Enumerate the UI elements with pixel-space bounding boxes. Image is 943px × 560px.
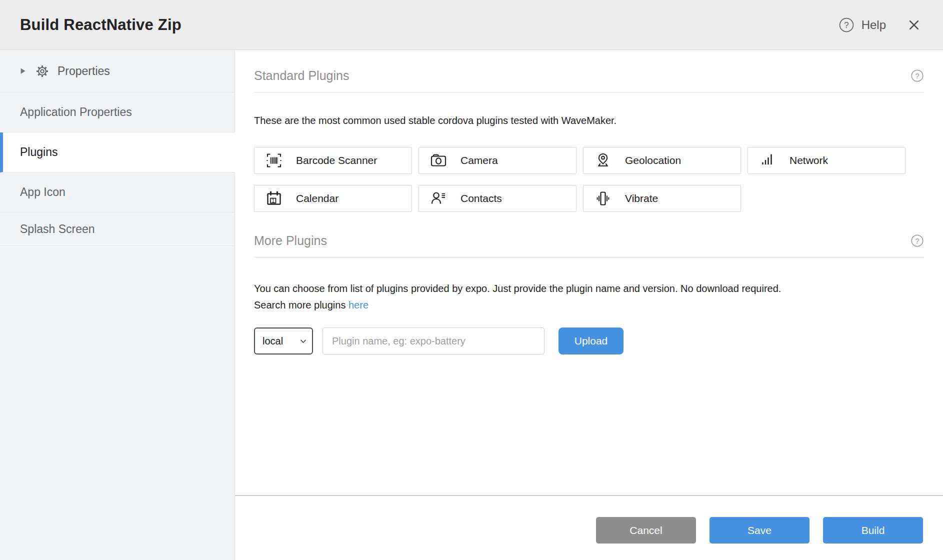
search-more-prefix: Search more plugins xyxy=(254,300,346,310)
header-actions: Help xyxy=(838,17,921,33)
plugin-card-label: Barcode Scanner xyxy=(296,154,377,166)
build-button[interactable]: Build xyxy=(823,517,923,544)
more-plugins-description: You can choose from list of plugins prov… xyxy=(254,280,924,314)
plugin-card-barcode-scanner[interactable]: Barcode Scanner xyxy=(254,147,412,174)
plugin-card-label: Network xyxy=(790,154,828,166)
caret-right-icon xyxy=(18,66,27,76)
cancel-button[interactable]: Cancel xyxy=(596,517,696,544)
more-plugins-section: More Plugins You can choose from list of… xyxy=(254,233,924,354)
plugin-source-select-wrap: local xyxy=(254,328,313,354)
sidebar-item-app-icon[interactable]: App Icon xyxy=(0,172,235,212)
sidebar-item-label: Properties xyxy=(58,64,110,78)
standard-plugins-grid: Barcode ScannerCameraGeolocationNetworkC… xyxy=(254,147,919,212)
help-icon xyxy=(838,17,854,33)
network-icon xyxy=(758,152,776,170)
standard-plugins-title: Standard Plugins xyxy=(254,68,349,83)
plugin-card-label: Contacts xyxy=(460,192,502,204)
plugin-card-label: Camera xyxy=(460,154,498,166)
more-plugins-help-icon[interactable] xyxy=(910,234,924,248)
sidebar-item-label: Plugins xyxy=(20,146,58,159)
help-button[interactable]: Help xyxy=(838,17,886,33)
sidebar-item-splash-screen[interactable]: Splash Screen xyxy=(0,212,235,246)
plugin-card-contacts[interactable]: Contacts xyxy=(418,185,576,212)
gear-icon xyxy=(36,64,49,78)
plugin-card-label: Vibrate xyxy=(625,192,658,204)
close-icon[interactable] xyxy=(907,18,921,32)
search-more-link[interactable]: here xyxy=(348,300,368,310)
vibrate-icon xyxy=(594,190,612,208)
sidebar-item-label: App Icon xyxy=(20,186,66,199)
calendar-icon xyxy=(265,190,283,208)
help-label: Help xyxy=(862,18,886,32)
main-panel: Standard Plugins These are the most comm… xyxy=(235,50,943,560)
save-button[interactable]: Save xyxy=(710,517,810,544)
sidebar: PropertiesApplication PropertiesPluginsA… xyxy=(0,50,235,560)
dialog-footer: Cancel Save Build xyxy=(235,495,943,560)
section-divider xyxy=(254,92,924,92)
plugin-source-select[interactable]: local xyxy=(254,328,313,354)
plugin-card-label: Geolocation xyxy=(625,154,681,166)
plugin-card-camera[interactable]: Camera xyxy=(418,147,576,174)
more-plugins-title: More Plugins xyxy=(254,234,327,248)
plugin-name-input[interactable] xyxy=(322,328,544,354)
section-divider xyxy=(254,257,924,258)
sidebar-filler xyxy=(0,246,235,560)
upload-button[interactable]: Upload xyxy=(558,328,624,354)
plugin-upload-controls: local Upload xyxy=(254,328,924,354)
contacts-icon xyxy=(430,190,448,208)
camera-icon xyxy=(430,152,448,170)
sidebar-item-label: Application Properties xyxy=(20,106,132,119)
standard-plugins-help-icon[interactable] xyxy=(910,69,924,82)
sidebar-item-properties[interactable]: Properties xyxy=(0,50,235,92)
sidebar-item-label: Splash Screen xyxy=(20,222,95,236)
plugin-card-network[interactable]: Network xyxy=(748,147,906,174)
dialog-body: PropertiesApplication PropertiesPluginsA… xyxy=(0,50,943,560)
geolocation-icon xyxy=(594,152,612,170)
more-plugins-header: More Plugins xyxy=(254,233,924,248)
plugin-card-label: Calendar xyxy=(296,192,338,204)
plugin-card-calendar[interactable]: Calendar xyxy=(254,185,412,212)
standard-plugins-header: Standard Plugins xyxy=(254,68,924,83)
plugin-card-geolocation[interactable]: Geolocation xyxy=(583,147,741,174)
more-plugins-description-text: You can choose from list of plugins prov… xyxy=(254,283,781,294)
standard-plugins-description: These are the most common used stable co… xyxy=(254,114,924,126)
plugins-content: Standard Plugins These are the most comm… xyxy=(235,50,943,495)
dialog-header: Build ReactNative Zip Help xyxy=(0,0,943,50)
dialog-title: Build ReactNative Zip xyxy=(20,16,182,34)
sidebar-item-application-properties[interactable]: Application Properties xyxy=(0,92,235,132)
build-reactnative-dialog: Build ReactNative Zip Help PropertiesApp… xyxy=(0,0,943,560)
sidebar-item-plugins[interactable]: Plugins xyxy=(0,132,235,172)
plugin-card-vibrate[interactable]: Vibrate xyxy=(583,185,741,212)
barcode-scanner-icon xyxy=(265,152,283,170)
